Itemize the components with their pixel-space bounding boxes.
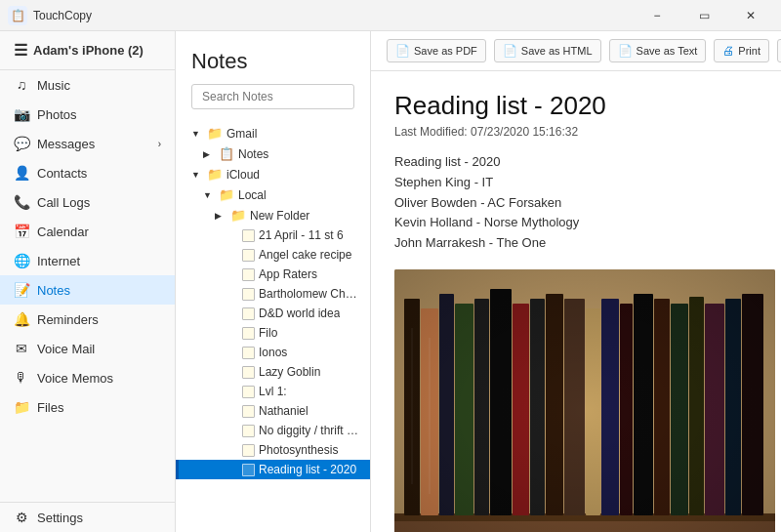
sidebar-item-music[interactable]: ♫ Music xyxy=(0,70,175,100)
print-icon: 🖨 xyxy=(722,44,734,58)
tree-item-lazy-goblin[interactable]: Lazy Goblin xyxy=(176,362,370,382)
tree-item-label: Lvl 1: xyxy=(259,385,287,398)
pdf-icon: 📄 xyxy=(395,44,410,58)
print-label: Print xyxy=(738,45,760,57)
notes-list-header: Notes xyxy=(176,31,370,117)
folder-icon: 📁 xyxy=(230,208,246,223)
save-pdf-button[interactable]: 📄 Save as PDF xyxy=(387,39,486,62)
tree-item-label: New Folder xyxy=(250,209,309,223)
tree-item-bartholomew[interactable]: Bartholomew Chelmswo xyxy=(176,284,370,304)
reminders-icon: 🔔 xyxy=(14,311,29,327)
tree-item-label: Photosynthesis xyxy=(259,443,338,457)
tree-item-new-folder[interactable]: ▶ 📁 New Folder xyxy=(176,205,370,225)
chevron-right-icon: › xyxy=(158,139,161,149)
notes-panel-title: Notes xyxy=(191,49,354,74)
sidebar-item-label: Calendar xyxy=(37,225,89,239)
sidebar-item-label: Messages xyxy=(37,137,95,151)
files-icon: 📁 xyxy=(14,399,29,415)
window-controls: − ▭ ✕ xyxy=(635,0,773,31)
print-button[interactable]: 🖨 Print xyxy=(714,39,769,62)
app-body: ☰ Adam's iPhone (2) ♫ Music 📷 Photos 💬 M… xyxy=(0,31,781,532)
tree-item-label: Notes xyxy=(238,147,268,161)
sidebar-item-settings[interactable]: ⚙ Settings xyxy=(0,503,175,532)
sidebar-item-messages[interactable]: 💬 Messages › xyxy=(0,129,175,158)
tree-item-21-april[interactable]: 21 April - 11 st 6 xyxy=(176,225,370,245)
sidebar-item-internet[interactable]: 🌐 Internet xyxy=(0,246,175,275)
sidebar-item-notes[interactable]: 📝 Notes xyxy=(0,275,175,305)
tree-item-label: Ionos xyxy=(259,346,287,359)
svg-rect-27 xyxy=(394,269,775,532)
sidebar-item-calendar[interactable]: 📅 Calendar xyxy=(0,217,175,246)
save-html-label: Save as HTML xyxy=(521,45,593,57)
note-content: Reading list - 2020 Last Modified: 07/23… xyxy=(371,71,781,532)
app-icon: 📋 xyxy=(8,6,27,25)
sidebar-item-reminders[interactable]: 🔔 Reminders xyxy=(0,305,175,334)
tree-item-filo[interactable]: Filo xyxy=(176,323,370,343)
contacts-icon: 👤 xyxy=(14,165,29,181)
tree-item-lvl1[interactable]: Lvl 1: xyxy=(176,382,370,401)
note-title: Reading list - 2020 xyxy=(394,91,758,121)
subfolder-icon: 📋 xyxy=(219,146,234,161)
tree-item-label: iCloud xyxy=(226,168,260,182)
tree-item-label: Reading list - 2020 xyxy=(259,463,356,476)
save-html-button[interactable]: 📄 Save as HTML xyxy=(494,39,601,62)
sidebar-item-label: Settings xyxy=(37,511,83,525)
search-input[interactable] xyxy=(191,84,354,109)
close-button[interactable]: ✕ xyxy=(728,0,773,31)
internet-icon: 🌐 xyxy=(14,253,29,268)
tree-item-reading-list[interactable]: Reading list - 2020 xyxy=(176,460,370,479)
tree-item-app-raters[interactable]: App Raters xyxy=(176,265,370,284)
sidebar-item-label: Music xyxy=(37,78,70,93)
save-text-button[interactable]: 📄 Save as Text xyxy=(609,39,707,62)
filter-dates-button[interactable]: 📅 Filter Dates xyxy=(777,39,781,62)
folder-icon: 📁 xyxy=(219,187,234,202)
tree-item-no-diggity[interactable]: No diggity / thrift shop xyxy=(176,421,370,440)
folder-icon: 📁 xyxy=(207,126,223,141)
sidebar-item-contacts[interactable]: 👤 Contacts xyxy=(0,158,175,187)
music-icon: ♫ xyxy=(14,77,29,93)
sidebar-item-label: Photos xyxy=(37,107,76,122)
tree-item-label: D&D world idea xyxy=(259,307,340,320)
tree-item-gmail-notes[interactable]: ▶ 📋 Notes xyxy=(176,143,370,164)
sidebar-item-label: Contacts xyxy=(37,166,87,181)
sidebar-item-label: Voice Mail xyxy=(37,342,95,356)
tree-item-label: Gmail xyxy=(226,127,257,141)
sidebar-item-voice-memos[interactable]: 🎙 Voice Memos xyxy=(0,363,175,392)
minimize-button[interactable]: − xyxy=(635,0,679,31)
notes-icon: 📝 xyxy=(14,282,29,298)
tree-item-label: Angel cake recipe xyxy=(259,248,351,262)
expand-icon: ▼ xyxy=(191,129,203,139)
tree-item-label: 21 April - 11 st 6 xyxy=(259,228,344,242)
folder-icon: 📁 xyxy=(207,167,223,182)
note-image xyxy=(394,269,775,532)
tree-item-label: Filo xyxy=(259,326,277,340)
tree-item-photosynthesis[interactable]: Photosynthesis xyxy=(176,440,370,460)
tree-item-gmail[interactable]: ▼ 📁 Gmail xyxy=(176,123,370,143)
active-indicator xyxy=(176,460,179,479)
sidebar-item-label: Files xyxy=(37,400,63,415)
tree-item-label: Local xyxy=(238,188,267,202)
tree-item-icloud[interactable]: ▼ 📁 iCloud xyxy=(176,164,370,184)
tree-item-nathaniel[interactable]: Nathaniel xyxy=(176,401,370,421)
text-icon: 📄 xyxy=(618,44,633,58)
sidebar-item-photos[interactable]: 📷 Photos xyxy=(0,100,175,129)
maximize-button[interactable]: ▭ xyxy=(681,0,726,31)
tree-item-angel-cake[interactable]: Angel cake recipe xyxy=(176,245,370,265)
call-logs-icon: 📞 xyxy=(14,194,29,210)
voice-mail-icon: ✉ xyxy=(14,341,29,356)
save-text-label: Save as Text xyxy=(637,45,698,57)
settings-icon: ⚙ xyxy=(14,510,29,525)
note-body-line-3: Kevin Holland - Norse Mythology xyxy=(394,213,758,233)
expand-icon: ▼ xyxy=(191,170,203,180)
sidebar-item-label: Reminders xyxy=(37,312,99,327)
messages-icon: 💬 xyxy=(14,136,29,151)
sidebar-item-files[interactable]: 📁 Files xyxy=(0,392,175,422)
sidebar-bottom: ⚙ Settings xyxy=(0,502,175,532)
tree-item-local[interactable]: ▼ 📁 Local xyxy=(176,184,370,205)
sidebar-item-call-logs[interactable]: 📞 Call Logs xyxy=(0,187,175,217)
tree-item-dnd[interactable]: D&D world idea xyxy=(176,304,370,323)
expand-icon: ▶ xyxy=(215,211,226,221)
sidebar-item-voice-mail[interactable]: ✉ Voice Mail xyxy=(0,334,175,363)
tree-item-ionos[interactable]: Ionos xyxy=(176,343,370,362)
hamburger-icon[interactable]: ☰ xyxy=(14,41,27,60)
